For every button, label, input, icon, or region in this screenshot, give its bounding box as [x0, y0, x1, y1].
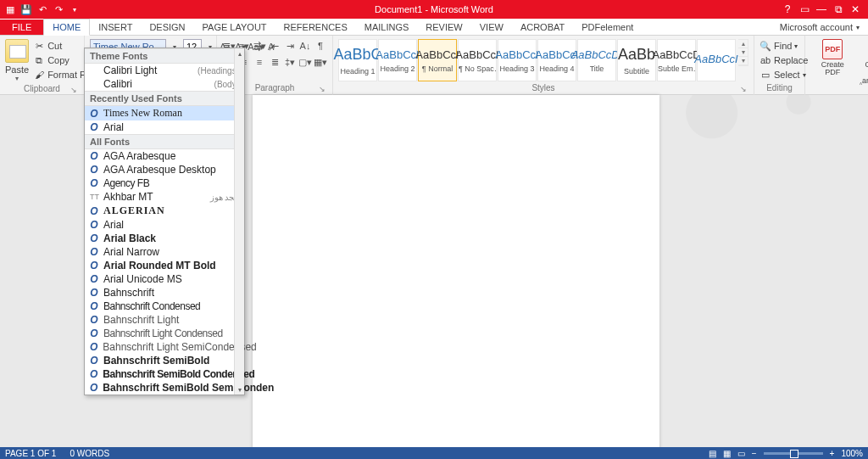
tab-view[interactable]: VIEW	[471, 20, 512, 35]
increase-indent-icon[interactable]: ⇥	[283, 39, 297, 53]
view-read-icon[interactable]: ▤	[709, 449, 716, 458]
tab-page-layout[interactable]: PAGE LAYOUT	[194, 20, 275, 35]
tab-review[interactable]: REVIEW	[417, 20, 470, 35]
styles-launcher-icon[interactable]: ↘	[740, 85, 747, 93]
tab-references[interactable]: REFERENCES	[275, 20, 356, 35]
sort-icon[interactable]: A↓	[298, 39, 312, 53]
styles-gallery-scroll[interactable]: ▴ ▾ ▾	[738, 39, 748, 66]
font-option[interactable]: OBahnschrift SemiBold	[85, 354, 244, 367]
shading-icon[interactable]: ▢▾	[298, 55, 312, 69]
help-icon[interactable]: ?	[780, 3, 795, 15]
style-item[interactable]: AaBbCcDSubtle Em…	[657, 39, 696, 81]
status-words[interactable]: 0 WORDS	[70, 449, 109, 458]
paste-button[interactable]: Paste ▾	[5, 39, 29, 82]
font-option[interactable]: OBahnschrift Light Condensed	[85, 327, 244, 340]
justify-icon[interactable]: ≣	[268, 55, 281, 69]
tab-pdfelement[interactable]: PDFelement	[573, 20, 642, 35]
gallery-up-icon[interactable]: ▴	[738, 40, 748, 48]
clipboard-launcher-icon[interactable]: ↘	[70, 86, 77, 94]
style-item[interactable]: AaBbCcI	[697, 39, 736, 81]
group-label-editing: Editing	[760, 81, 799, 95]
paste-label: Paste	[5, 64, 29, 75]
account-menu[interactable]: Microsoft account▾	[771, 20, 868, 35]
zoom-out-icon[interactable]: −	[752, 449, 757, 458]
redo-icon[interactable]: ↷	[52, 3, 65, 16]
scroll-up-icon[interactable]: ▴	[235, 48, 244, 59]
tab-mailings[interactable]: MAILINGS	[356, 20, 418, 35]
font-option[interactable]: OArial Black	[85, 232, 244, 245]
show-marks-icon[interactable]: ¶	[314, 39, 327, 53]
scroll-down-icon[interactable]: ▾	[235, 384, 244, 395]
view-web-icon[interactable]: ▭	[737, 449, 745, 458]
font-dropdown[interactable]: Theme Fonts Calibri Light(Headings)Calib…	[84, 48, 245, 395]
font-option[interactable]: OArial Unicode MS	[85, 272, 244, 286]
replace-button[interactable]: abReplace	[760, 53, 808, 67]
font-option[interactable]: OAGA Arabesque Desktop	[85, 163, 244, 176]
tab-home[interactable]: HOME	[43, 19, 90, 36]
collapse-ribbon-icon[interactable]: ˄	[859, 81, 863, 91]
undo-icon[interactable]: ↶	[36, 3, 49, 16]
style-item[interactable]: AaBbCcI¶ Normal	[418, 39, 457, 81]
group-clipboard: Paste ▾ ✂Cut ⧉Copy 🖌Format Painter Clipb…	[0, 36, 85, 95]
align-right-icon[interactable]: ≡	[253, 55, 266, 69]
font-option[interactable]: OBahnschrift Light	[85, 313, 244, 327]
minimize-icon[interactable]: —	[814, 3, 829, 15]
font-option[interactable]: TTAkhbar MTأبجد هوز	[85, 190, 244, 204]
close-icon[interactable]: ✕	[848, 3, 863, 15]
dropdown-scrollbar[interactable]: ▴ ▾	[234, 48, 244, 395]
font-option[interactable]: OALGERIAN	[85, 204, 244, 218]
status-page[interactable]: PAGE 1 OF 1	[5, 449, 56, 458]
font-option[interactable]: OBahnschrift	[85, 286, 244, 299]
font-option[interactable]: OBahnschrift Condensed	[85, 299, 244, 313]
dd-header-all: All Fonts	[85, 134, 244, 149]
multilevel-icon[interactable]: ⇶▾	[253, 39, 266, 53]
font-option[interactable]: OArial Narrow	[85, 245, 244, 259]
font-option[interactable]: OAGA Arabesque	[85, 149, 244, 163]
line-spacing-icon[interactable]: ‡▾	[283, 55, 297, 69]
font-option[interactable]: OBahnschrift SemiBold SemiConden	[85, 381, 244, 395]
copy-icon: ⧉	[33, 54, 45, 66]
font-option[interactable]: OArial	[85, 218, 244, 232]
ribbon-display-icon[interactable]: ▭	[797, 3, 812, 15]
replace-icon: ab	[760, 54, 771, 66]
tab-design[interactable]: DESIGN	[141, 20, 193, 35]
style-item[interactable]: AaBbCHeading 1	[338, 39, 377, 81]
word-app-icon[interactable]: ▦	[3, 3, 17, 16]
gallery-more-icon[interactable]: ▾	[738, 57, 748, 65]
style-item[interactable]: AaBbCcD.Title	[577, 39, 616, 81]
font-option[interactable]: Calibri(Body)	[85, 77, 244, 91]
ribbon-tabs: FILE HOME INSERT DESIGN PAGE LAYOUT REFE…	[0, 19, 868, 36]
qat-customize-icon[interactable]: ▾	[68, 3, 81, 16]
borders-icon[interactable]: ▦▾	[314, 55, 327, 69]
zoom-level[interactable]: 100%	[841, 449, 863, 458]
zoom-slider[interactable]	[764, 452, 823, 455]
scissors-icon: ✂	[33, 40, 45, 52]
font-option[interactable]: OArial Rounded MT Bold	[85, 259, 244, 272]
font-option[interactable]: OBahnschrift SemiBold Condensed	[85, 367, 244, 381]
font-option[interactable]: OTimes New Roman	[85, 106, 244, 120]
find-button[interactable]: 🔍Find▾	[760, 39, 798, 53]
gallery-down-icon[interactable]: ▾	[738, 48, 748, 57]
style-item[interactable]: AaBbCcIHeading 2	[378, 39, 417, 81]
select-button[interactable]: ▭Select▾	[760, 68, 806, 81]
paragraph-launcher-icon[interactable]: ↘	[319, 85, 326, 93]
font-option[interactable]: OAgency FB	[85, 176, 244, 190]
styles-gallery[interactable]: AaBbCHeading 1AaBbCcIHeading 2AaBbCcI¶ N…	[338, 39, 736, 81]
save-icon[interactable]: 💾	[19, 3, 33, 16]
restore-icon[interactable]: ⧉	[831, 3, 846, 15]
tab-insert[interactable]: INSERT	[90, 20, 141, 35]
create-pdf-button[interactable]: PDF Create PDF	[810, 39, 855, 77]
tab-acrobat[interactable]: ACROBAT	[512, 20, 573, 35]
view-print-icon[interactable]: ▦	[723, 449, 731, 458]
document-page[interactable]	[253, 95, 659, 451]
style-item[interactable]: AaBbCcIHeading 3	[498, 39, 537, 81]
zoom-in-icon[interactable]: +	[830, 449, 835, 458]
style-item[interactable]: AaBbCcI¶ No Spac…	[458, 39, 497, 81]
decrease-indent-icon[interactable]: ⇤	[268, 39, 281, 53]
font-option[interactable]: OArial	[85, 120, 244, 134]
style-item[interactable]: AaBbSubtitle	[617, 39, 656, 81]
font-option[interactable]: OBahnschrift Light SemiCondensed	[85, 340, 244, 354]
tab-file[interactable]: FILE	[0, 20, 43, 35]
window-title: Document1 - Microsoft Word	[0, 4, 868, 14]
font-option[interactable]: Calibri Light(Headings)	[85, 64, 244, 77]
